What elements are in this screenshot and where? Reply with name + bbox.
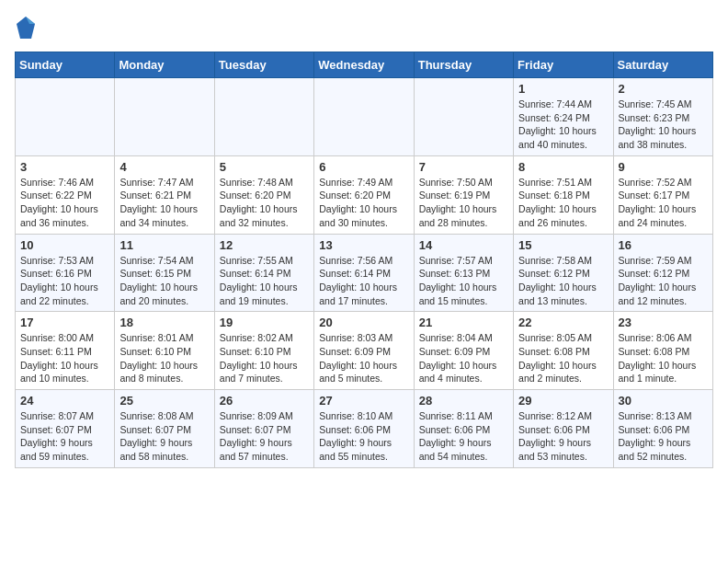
day-info: Sunrise: 7:56 AM Sunset: 6:14 PM Dayligh… (319, 254, 408, 308)
calendar-cell: 8Sunrise: 7:51 AM Sunset: 6:18 PM Daylig… (514, 155, 613, 234)
day-number: 12 (220, 238, 309, 252)
day-info: Sunrise: 7:57 AM Sunset: 6:13 PM Dayligh… (419, 254, 508, 308)
calendar-table: SundayMondayTuesdayWednesdayThursdayFrid… (15, 52, 713, 468)
day-info: Sunrise: 7:54 AM Sunset: 6:15 PM Dayligh… (119, 254, 209, 308)
day-number: 15 (518, 238, 608, 252)
day-info: Sunrise: 8:06 AM Sunset: 6:08 PM Dayligh… (619, 331, 708, 385)
calendar-cell: 6Sunrise: 7:49 AM Sunset: 6:20 PM Daylig… (314, 155, 414, 234)
calendar-cell (314, 78, 414, 156)
logo (15, 15, 40, 40)
day-info: Sunrise: 7:53 AM Sunset: 6:16 PM Dayligh… (20, 254, 109, 308)
day-number: 29 (518, 394, 608, 408)
calendar-cell: 1Sunrise: 7:44 AM Sunset: 6:24 PM Daylig… (514, 78, 613, 156)
day-info: Sunrise: 7:47 AM Sunset: 6:21 PM Dayligh… (119, 176, 209, 230)
day-number: 27 (319, 394, 408, 408)
day-number: 8 (518, 160, 608, 174)
day-number: 11 (119, 238, 209, 252)
day-number: 24 (20, 394, 109, 408)
day-info: Sunrise: 7:46 AM Sunset: 6:22 PM Dayligh… (20, 176, 109, 230)
calendar-cell: 3Sunrise: 7:46 AM Sunset: 6:22 PM Daylig… (16, 155, 115, 234)
day-number: 18 (119, 316, 209, 329)
day-info: Sunrise: 7:52 AM Sunset: 6:17 PM Dayligh… (619, 176, 708, 230)
day-info: Sunrise: 8:04 AM Sunset: 6:09 PM Dayligh… (419, 331, 508, 385)
weekday-header-wednesday: Wednesday (314, 52, 414, 78)
calendar-week-row: 3Sunrise: 7:46 AM Sunset: 6:22 PM Daylig… (16, 155, 713, 234)
day-number: 1 (518, 82, 608, 96)
day-info: Sunrise: 7:49 AM Sunset: 6:20 PM Dayligh… (319, 176, 408, 230)
day-number: 22 (518, 316, 608, 329)
svg-marker-0 (17, 17, 35, 39)
calendar-week-row: 17Sunrise: 8:00 AM Sunset: 6:11 PM Dayli… (16, 312, 713, 390)
weekday-header-tuesday: Tuesday (214, 52, 313, 78)
calendar-cell (16, 78, 115, 156)
day-number: 13 (319, 238, 408, 252)
day-number: 25 (119, 394, 209, 408)
calendar-cell: 9Sunrise: 7:52 AM Sunset: 6:17 PM Daylig… (613, 155, 712, 234)
day-info: Sunrise: 7:58 AM Sunset: 6:12 PM Dayligh… (518, 254, 608, 308)
calendar-cell: 7Sunrise: 7:50 AM Sunset: 6:19 PM Daylig… (414, 155, 513, 234)
calendar-cell: 10Sunrise: 7:53 AM Sunset: 6:16 PM Dayli… (16, 234, 115, 312)
day-number: 16 (619, 238, 708, 252)
day-info: Sunrise: 8:13 AM Sunset: 6:06 PM Dayligh… (619, 409, 708, 464)
calendar-cell: 27Sunrise: 8:10 AM Sunset: 6:06 PM Dayli… (314, 390, 414, 468)
calendar-week-row: 10Sunrise: 7:53 AM Sunset: 6:16 PM Dayli… (16, 234, 713, 312)
weekday-header-saturday: Saturday (613, 52, 712, 78)
calendar-cell: 14Sunrise: 7:57 AM Sunset: 6:13 PM Dayli… (414, 234, 513, 312)
weekday-header-row: SundayMondayTuesdayWednesdayThursdayFrid… (16, 52, 713, 78)
day-info: Sunrise: 8:03 AM Sunset: 6:09 PM Dayligh… (319, 331, 408, 385)
weekday-header-monday: Monday (115, 52, 214, 78)
calendar-cell: 2Sunrise: 7:45 AM Sunset: 6:23 PM Daylig… (613, 78, 712, 156)
calendar-cell: 5Sunrise: 7:48 AM Sunset: 6:20 PM Daylig… (214, 155, 313, 234)
calendar-cell: 22Sunrise: 8:05 AM Sunset: 6:08 PM Dayli… (514, 312, 613, 390)
calendar-cell (214, 78, 313, 156)
calendar-cell: 29Sunrise: 8:12 AM Sunset: 6:06 PM Dayli… (514, 390, 613, 468)
day-info: Sunrise: 7:45 AM Sunset: 6:23 PM Dayligh… (619, 98, 708, 152)
day-number: 30 (619, 394, 708, 408)
calendar-cell: 11Sunrise: 7:54 AM Sunset: 6:15 PM Dayli… (115, 234, 214, 312)
calendar-cell: 28Sunrise: 8:11 AM Sunset: 6:06 PM Dayli… (414, 390, 513, 468)
weekday-header-thursday: Thursday (414, 52, 513, 78)
calendar-cell: 4Sunrise: 7:47 AM Sunset: 6:21 PM Daylig… (115, 155, 214, 234)
calendar-week-row: 24Sunrise: 8:07 AM Sunset: 6:07 PM Dayli… (16, 390, 713, 468)
day-info: Sunrise: 8:01 AM Sunset: 6:10 PM Dayligh… (119, 331, 209, 385)
calendar-cell: 30Sunrise: 8:13 AM Sunset: 6:06 PM Dayli… (613, 390, 712, 468)
header (15, 15, 713, 40)
calendar-cell: 26Sunrise: 8:09 AM Sunset: 6:07 PM Dayli… (214, 390, 313, 468)
day-number: 3 (20, 160, 109, 174)
day-info: Sunrise: 8:02 AM Sunset: 6:10 PM Dayligh… (220, 331, 309, 385)
day-info: Sunrise: 8:05 AM Sunset: 6:08 PM Dayligh… (518, 331, 608, 385)
day-info: Sunrise: 8:07 AM Sunset: 6:07 PM Dayligh… (20, 409, 109, 464)
day-info: Sunrise: 7:59 AM Sunset: 6:12 PM Dayligh… (619, 254, 708, 308)
day-number: 23 (619, 316, 708, 329)
day-number: 4 (119, 160, 209, 174)
day-number: 17 (20, 316, 109, 329)
calendar-cell: 16Sunrise: 7:59 AM Sunset: 6:12 PM Dayli… (613, 234, 712, 312)
calendar-cell: 23Sunrise: 8:06 AM Sunset: 6:08 PM Dayli… (613, 312, 712, 390)
day-number: 2 (619, 82, 708, 96)
day-info: Sunrise: 8:12 AM Sunset: 6:06 PM Dayligh… (518, 409, 608, 464)
weekday-header-friday: Friday (514, 52, 613, 78)
calendar-cell: 17Sunrise: 8:00 AM Sunset: 6:11 PM Dayli… (16, 312, 115, 390)
calendar-cell: 20Sunrise: 8:03 AM Sunset: 6:09 PM Dayli… (314, 312, 414, 390)
day-info: Sunrise: 8:08 AM Sunset: 6:07 PM Dayligh… (119, 409, 209, 464)
calendar-cell: 12Sunrise: 7:55 AM Sunset: 6:14 PM Dayli… (214, 234, 313, 312)
calendar-cell: 25Sunrise: 8:08 AM Sunset: 6:07 PM Dayli… (115, 390, 214, 468)
day-number: 5 (220, 160, 309, 174)
day-number: 21 (419, 316, 508, 329)
day-number: 9 (619, 160, 708, 174)
logo-icon (15, 15, 37, 40)
calendar-cell (414, 78, 513, 156)
day-number: 6 (319, 160, 408, 174)
day-info: Sunrise: 8:10 AM Sunset: 6:06 PM Dayligh… (319, 409, 408, 464)
day-info: Sunrise: 8:00 AM Sunset: 6:11 PM Dayligh… (20, 331, 109, 385)
day-info: Sunrise: 7:44 AM Sunset: 6:24 PM Dayligh… (518, 98, 608, 152)
day-info: Sunrise: 7:55 AM Sunset: 6:14 PM Dayligh… (220, 254, 309, 308)
day-number: 26 (220, 394, 309, 408)
day-number: 10 (20, 238, 109, 252)
day-info: Sunrise: 8:09 AM Sunset: 6:07 PM Dayligh… (220, 409, 309, 464)
weekday-header-sunday: Sunday (16, 52, 115, 78)
day-number: 14 (419, 238, 508, 252)
calendar-cell: 18Sunrise: 8:01 AM Sunset: 6:10 PM Dayli… (115, 312, 214, 390)
day-number: 28 (419, 394, 508, 408)
day-info: Sunrise: 7:48 AM Sunset: 6:20 PM Dayligh… (220, 176, 309, 230)
